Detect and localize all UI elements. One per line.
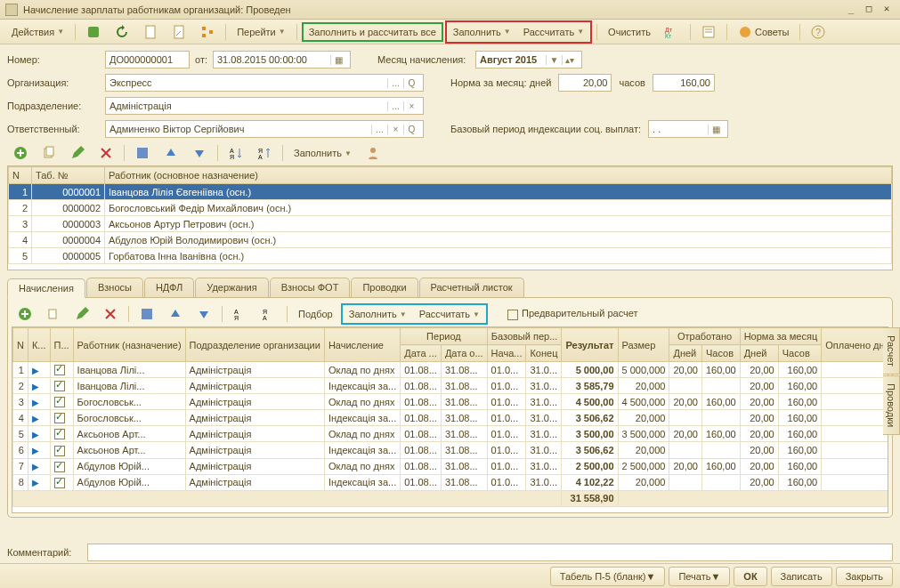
- print-button[interactable]: Печать▼: [669, 567, 730, 586]
- calc-button[interactable]: Рассчитать▼: [517, 22, 590, 42]
- fill-button[interactable]: Заполнить▼: [447, 22, 517, 42]
- dtkt-icon[interactable]: ДтКт: [659, 22, 685, 42]
- delete-icon[interactable]: [93, 144, 119, 162]
- close-button[interactable]: ✕: [879, 4, 895, 16]
- tab-5[interactable]: Проводки: [351, 278, 418, 297]
- table-row[interactable]: 1▶Іванцова Лілі...АдміністраціяОклад по …: [13, 362, 889, 378]
- select-icon[interactable]: ...: [387, 101, 403, 111]
- add-icon[interactable]: [7, 144, 34, 162]
- month-input[interactable]: Август 2015▼▴▾: [475, 51, 582, 68]
- employee-table[interactable]: N Таб. № Работник (основное назначение) …: [7, 165, 893, 270]
- maximize-button[interactable]: □: [861, 4, 877, 16]
- norm-days-input[interactable]: 20,00: [558, 74, 612, 92]
- edit-icon[interactable]: [64, 144, 91, 162]
- close-doc-button[interactable]: Закрыть: [836, 567, 893, 586]
- select-icon[interactable]: ...: [371, 125, 387, 134]
- calendar-icon[interactable]: ▦: [708, 125, 724, 134]
- edit-icon[interactable]: [69, 305, 95, 323]
- copy-icon[interactable]: [36, 144, 62, 162]
- fill-acc-button[interactable]: Заполнить▼: [343, 305, 413, 323]
- save-button[interactable]: Записать: [771, 567, 832, 586]
- add-icon[interactable]: [12, 305, 38, 323]
- sort-asc-icon[interactable]: АЯ: [223, 144, 249, 162]
- table-row[interactable]: 6▶Аксьонов Арт...АдміністраціяІндексація…: [13, 442, 889, 458]
- doc-icon[interactable]: [137, 22, 164, 42]
- down-icon[interactable]: [186, 144, 213, 162]
- up-icon[interactable]: [162, 305, 189, 323]
- base-input[interactable]: . .▦: [648, 120, 728, 138]
- table-row[interactable]: 10000001Іванцова Лілія Євгеніївна (осн.): [9, 184, 892, 200]
- window-title: Начисление зарплаты работникам организац…: [23, 4, 841, 15]
- dropdown-icon[interactable]: ▼: [546, 55, 562, 65]
- go-button[interactable]: Перейти▼: [231, 22, 292, 42]
- minimize-button[interactable]: _: [843, 4, 859, 16]
- table-row[interactable]: 40000004Абдулов Юрій Володимирович (осн.…: [9, 232, 892, 248]
- clear-icon[interactable]: ×: [403, 101, 419, 111]
- col-tab[interactable]: Таб. №: [32, 167, 105, 184]
- tab-3[interactable]: Удержания: [195, 278, 268, 297]
- open-icon[interactable]: Q: [403, 78, 419, 88]
- post-icon[interactable]: [80, 22, 107, 42]
- norm-hours-input[interactable]: 160,00: [653, 74, 715, 92]
- help-icon[interactable]: ?: [805, 22, 831, 42]
- tab-2[interactable]: НДФЛ: [144, 278, 194, 297]
- delete-icon[interactable]: [97, 305, 124, 323]
- save-icon[interactable]: [129, 144, 156, 162]
- col-n[interactable]: N: [9, 167, 32, 184]
- svg-rect-1: [146, 26, 155, 38]
- calendar-icon[interactable]: ▦: [330, 55, 346, 65]
- copy-icon[interactable]: [40, 305, 67, 323]
- number-input[interactable]: ДО000000001: [105, 51, 190, 68]
- tab-0[interactable]: Начисления: [7, 278, 85, 298]
- fill-emp-button[interactable]: Заполнить▼: [288, 144, 358, 162]
- tab-4[interactable]: Взносы ФОТ: [270, 278, 351, 297]
- org-input[interactable]: Экспресс...Q: [105, 74, 424, 92]
- table-row[interactable]: 7▶Абдулов Юрій...АдміністраціяОклад по д…: [13, 458, 889, 474]
- table-row[interactable]: 2▶Іванцова Лілі...АдміністраціяІндексаці…: [13, 378, 889, 394]
- sort-desc-icon[interactable]: ЯА: [255, 305, 282, 323]
- select-button[interactable]: Подбор: [292, 305, 339, 323]
- sort-desc-icon[interactable]: ЯА: [251, 144, 278, 162]
- down-icon[interactable]: [191, 305, 217, 323]
- fill-calc-all-button[interactable]: Заполнить и рассчитать все: [302, 22, 443, 42]
- calc-acc-button[interactable]: Рассчитать▼: [413, 305, 486, 323]
- accrual-table[interactable]: N К... П... Работник (назначение) Подраз…: [12, 326, 888, 513]
- sort-asc-icon[interactable]: АЯ: [227, 305, 254, 323]
- open-icon[interactable]: Q: [403, 125, 419, 134]
- post2-icon[interactable]: [166, 22, 192, 42]
- select-icon[interactable]: ...: [387, 78, 403, 88]
- table-row[interactable]: 20000002Богословський Федір Михайлович (…: [9, 200, 892, 216]
- tabs: НачисленияВзносыНДФЛУдержанияВзносы ФОТП…: [7, 278, 893, 297]
- prelim-checkbox[interactable]: Предварительный расчет: [507, 308, 638, 319]
- vtab-1[interactable]: Проводки: [883, 375, 900, 435]
- spin-icon[interactable]: ▴▾: [562, 55, 578, 65]
- main-toolbar: Действия▼ Перейти▼ Заполнить и рассчитат…: [0, 20, 900, 44]
- tab-6[interactable]: Расчетный листок: [419, 278, 524, 297]
- table-row[interactable]: 4▶Богословськ...АдміністраціяІндексація …: [13, 410, 889, 426]
- clear-button[interactable]: Очистить: [602, 22, 657, 42]
- refresh-icon[interactable]: [109, 22, 135, 42]
- clear-icon[interactable]: ×: [387, 125, 403, 134]
- table-row[interactable]: 30000003Аксьонов Артур Петрович (осн.): [9, 216, 892, 232]
- dept-input[interactable]: Адміністрація...×: [105, 97, 424, 115]
- tree-icon[interactable]: [194, 22, 221, 42]
- resp-input[interactable]: Админенко Віктор Сергійович...×Q: [105, 120, 424, 138]
- timesheet-button[interactable]: Табель П-5 (бланк)▼: [550, 567, 666, 586]
- vtab-0[interactable]: Расчет: [883, 327, 900, 375]
- tips-button[interactable]: Советы: [732, 22, 795, 42]
- actions-button[interactable]: Действия▼: [5, 22, 70, 42]
- table-row[interactable]: 50000005Горбатова Інна Іванівна (осн.): [9, 248, 892, 264]
- svg-text:А: А: [230, 148, 234, 154]
- save-icon[interactable]: [134, 305, 160, 323]
- person-icon[interactable]: [360, 144, 386, 162]
- tab-1[interactable]: Взносы: [86, 278, 143, 297]
- comment-input[interactable]: [87, 544, 893, 561]
- ok-button[interactable]: ОК: [734, 567, 766, 586]
- table-row[interactable]: 8▶Абдулов Юрій...АдміністраціяІндексація…: [13, 474, 889, 490]
- col-worker[interactable]: Работник (основное назначение): [105, 167, 892, 184]
- report-icon[interactable]: [695, 22, 722, 42]
- from-input[interactable]: 31.08.2015 00:00:00▦: [213, 51, 351, 68]
- up-icon[interactable]: [158, 144, 184, 162]
- table-row[interactable]: 3▶Богословськ...АдміністраціяОклад по дн…: [13, 394, 889, 410]
- table-row[interactable]: 5▶Аксьонов Арт...АдміністраціяОклад по д…: [13, 426, 889, 442]
